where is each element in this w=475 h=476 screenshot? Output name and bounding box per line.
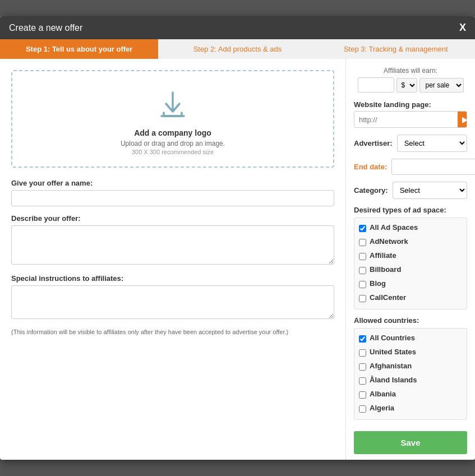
special-instructions-label: Special instructions to affiliates:: [11, 274, 334, 283]
category-row: Category: Select: [354, 182, 467, 199]
earn-amount-input[interactable]: 0.00: [358, 77, 394, 93]
modal-body: Add a company logo Upload or drag and dr…: [0, 59, 475, 460]
steps-bar: Step 1: Tell us about your offer Step 2:…: [0, 39, 475, 59]
url-row: ▶: [354, 111, 467, 128]
ad-space-item-adnetwork: AdNetwork: [359, 235, 462, 249]
ad-space-item-callcenter: CallCenter: [359, 292, 462, 306]
ad-space-checkbox-blog[interactable]: [359, 281, 366, 288]
website-landing-page-label: Website landing page:: [354, 100, 467, 109]
country-checkbox-aland[interactable]: [359, 377, 366, 385]
country-label-algeria[interactable]: Algeria: [370, 404, 394, 412]
ad-space-item-label-callcenter[interactable]: CallCenter: [370, 293, 406, 302]
right-panel: Affiliates will earn: 0.00 $ per sale pe…: [346, 59, 475, 460]
step-1[interactable]: Step 1: Tell us about your offer: [0, 39, 158, 59]
country-item-afghanistan: Afghanistan: [359, 360, 462, 374]
ad-space-checkbox-all[interactable]: [359, 225, 366, 232]
step-2[interactable]: Step 2: Add products & ads: [158, 39, 316, 59]
offer-description-group: Describe your offer:: [11, 214, 334, 266]
country-label-aland[interactable]: Åland Islands: [370, 376, 417, 384]
country-checkbox-all[interactable]: [359, 335, 366, 343]
ad-space-list: All Ad Spaces AdNetwork Affiliate Billbo…: [354, 218, 467, 309]
country-checkbox-algeria[interactable]: [359, 405, 366, 413]
logo-upload-subtitle: Upload or drag and drop an image.: [24, 140, 322, 147]
ad-space-item-label-all[interactable]: All Ad Spaces: [370, 223, 418, 232]
logo-upload-title: Add a company logo: [24, 128, 322, 137]
end-date-section: End date: 01/05/2022: [354, 159, 467, 175]
advertiser-row: Advertiser: Select: [354, 135, 467, 152]
category-label: Category:: [354, 186, 388, 195]
country-checkbox-afghanistan[interactable]: [359, 363, 366, 371]
earn-row: 0.00 $ per sale per click per lead: [354, 77, 467, 93]
website-landing-page-section: Website landing page: ▶: [354, 100, 467, 128]
ad-space-checkbox-adnetwork[interactable]: [359, 239, 366, 246]
country-label-afghanistan[interactable]: Afghanistan: [370, 362, 412, 370]
country-label-albania[interactable]: Albania: [370, 390, 396, 398]
modal-title: Create a new offer: [9, 23, 82, 33]
country-checkbox-us[interactable]: [359, 349, 366, 357]
create-offer-modal: Create a new offer X Step 1: Tell us abo…: [0, 16, 475, 460]
advertiser-label: Advertiser:: [354, 139, 393, 147]
ad-space-item-label-billboard[interactable]: Billboard: [370, 265, 401, 274]
offer-name-label: Give your offer a name:: [11, 179, 334, 187]
allowed-countries-label: Allowed countries:: [354, 316, 467, 325]
logo-upload-size-hint: 300 X 300 recommended size: [24, 149, 322, 155]
category-section: Category: Select: [354, 182, 467, 199]
ad-space-checkbox-billboard[interactable]: [359, 267, 366, 274]
url-arrow-button[interactable]: ▶: [458, 112, 467, 127]
advertiser-section: Advertiser: Select: [354, 135, 467, 152]
end-date-label: End date:: [354, 163, 387, 171]
allowed-countries-section: Allowed countries: All Countries United …: [354, 316, 467, 420]
country-label-all[interactable]: All Countries: [370, 334, 415, 342]
country-checkbox-albania[interactable]: [359, 391, 366, 399]
end-date-input[interactable]: 01/05/2022: [391, 159, 475, 175]
website-url-input[interactable]: [354, 112, 458, 127]
form-footnote: (This information will be visible to aff…: [11, 329, 334, 335]
ad-space-label: Desired types of ad space:: [354, 206, 467, 214]
ad-space-section: Desired types of ad space: All Ad Spaces…: [354, 206, 467, 309]
save-button[interactable]: Save: [354, 431, 467, 454]
special-instructions-group: Special instructions to affiliates:: [11, 274, 334, 321]
ad-space-checkbox-callcenter[interactable]: [359, 295, 366, 302]
countries-list: All Countries United States Afghanistan …: [354, 328, 467, 420]
country-label-us[interactable]: United States: [370, 348, 416, 356]
affiliates-earn-section: Affiliates will earn: 0.00 $ per sale pe…: [354, 67, 467, 93]
modal-header: Create a new offer X: [0, 16, 475, 39]
ad-space-item-label-affiliate[interactable]: Affiliate: [370, 251, 396, 260]
country-item-us: United States: [359, 346, 462, 360]
upload-icon: [156, 88, 190, 122]
country-item-algeria: Algeria: [359, 402, 462, 416]
ad-space-item-blog: Blog: [359, 278, 462, 292]
category-select[interactable]: Select: [393, 182, 467, 199]
earn-currency-select[interactable]: $: [396, 78, 417, 93]
left-panel: Add a company logo Upload or drag and dr…: [0, 59, 346, 460]
offer-name-group: Give your offer a name:: [11, 179, 334, 206]
end-date-row: End date: 01/05/2022: [354, 159, 467, 175]
country-item-all: All Countries: [359, 332, 462, 346]
ad-space-item-all: All Ad Spaces: [359, 221, 462, 235]
ad-space-item-billboard: Billboard: [359, 264, 462, 278]
advertiser-select[interactable]: Select: [397, 135, 467, 152]
logo-upload-area[interactable]: Add a company logo Upload or drag and dr…: [11, 70, 334, 168]
ad-space-checkbox-affiliate[interactable]: [359, 253, 366, 260]
country-item-albania: Albania: [359, 388, 462, 402]
ad-space-item-affiliate: Affiliate: [359, 249, 462, 264]
special-instructions-input[interactable]: [11, 285, 334, 319]
ad-space-item-label-blog[interactable]: Blog: [370, 279, 386, 288]
offer-description-input[interactable]: [11, 225, 334, 265]
offer-description-label: Describe your offer:: [11, 214, 334, 223]
country-item-aland: Åland Islands: [359, 374, 462, 388]
affiliates-earn-label: Affiliates will earn:: [354, 67, 467, 75]
ad-space-item-label-adnetwork[interactable]: AdNetwork: [370, 237, 408, 246]
earn-type-select[interactable]: per sale per click per lead: [419, 78, 464, 93]
offer-name-input[interactable]: [11, 190, 334, 206]
step-3[interactable]: Step 3: Tracking & management: [317, 39, 475, 59]
close-button[interactable]: X: [459, 22, 466, 34]
